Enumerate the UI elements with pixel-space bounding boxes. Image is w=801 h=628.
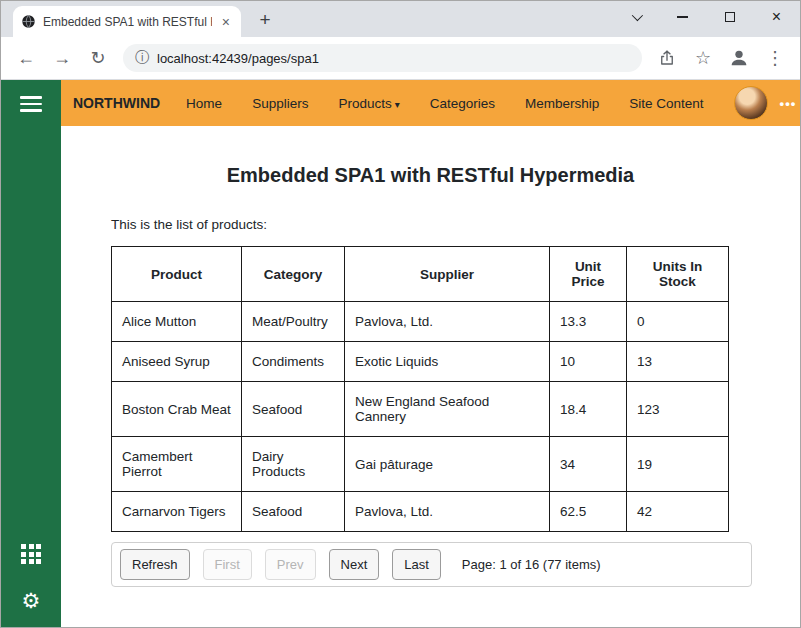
cell-supplier: Exotic Liquids bbox=[345, 342, 550, 382]
nav-item-membership[interactable]: Membership bbox=[525, 96, 599, 111]
window-menu-chevron-icon[interactable] bbox=[612, 1, 659, 33]
main-area: NORTHWIND Home Suppliers Products▾ Categ… bbox=[61, 80, 800, 627]
hamburger-menu-icon[interactable] bbox=[20, 96, 42, 112]
cell-product: Carnarvon Tigers bbox=[112, 492, 242, 532]
column-header-supplier: Supplier bbox=[345, 247, 550, 302]
cell-category: Dairy Products bbox=[242, 437, 345, 492]
pagination-status: Page: 1 of 16 (77 items) bbox=[462, 557, 601, 572]
table-row: Carnarvon Tigers Seafood Pavlova, Ltd. 6… bbox=[112, 492, 729, 532]
table-row: Boston Crab Meat Seafood New England Sea… bbox=[112, 382, 729, 437]
cell-unit-price: 34 bbox=[550, 437, 627, 492]
cell-units-in-stock: 0 bbox=[627, 302, 729, 342]
pagination-bar: Refresh First Prev Next Last Page: 1 of … bbox=[111, 542, 752, 587]
intro-text: This is the list of products: bbox=[111, 217, 800, 232]
user-avatar[interactable] bbox=[734, 86, 768, 120]
nav-item-categories[interactable]: Categories bbox=[430, 96, 495, 111]
prev-page-button: Prev bbox=[265, 549, 316, 580]
content-area: Embedded SPA1 with RESTful Hypermedia Th… bbox=[61, 126, 800, 627]
navbar-overflow-menu-icon[interactable]: ••• bbox=[780, 96, 797, 111]
url-text: localhost:42439/pages/spa1 bbox=[157, 51, 319, 66]
cell-unit-price: 18.4 bbox=[550, 382, 627, 437]
settings-gear-icon[interactable]: ⚙ bbox=[22, 590, 41, 611]
refresh-icon[interactable]: ↻ bbox=[83, 43, 113, 73]
nav-item-site-content[interactable]: Site Content bbox=[629, 96, 703, 111]
new-tab-button[interactable]: + bbox=[251, 6, 279, 34]
address-bar[interactable]: ⓘ localhost:42439/pages/spa1 bbox=[123, 44, 642, 72]
share-icon[interactable] bbox=[652, 43, 682, 73]
nav-item-products[interactable]: Products▾ bbox=[338, 96, 399, 111]
cell-product: Boston Crab Meat bbox=[112, 382, 242, 437]
cell-supplier: Gai pâturage bbox=[345, 437, 550, 492]
back-icon[interactable]: ← bbox=[11, 43, 41, 73]
browser-window: Embedded SPA1 with RESTful Hypermedia × … bbox=[0, 0, 801, 628]
browser-toolbar: ← → ↻ ⓘ localhost:42439/pages/spa1 ☆ ⋮ bbox=[1, 37, 800, 80]
tab-strip: Embedded SPA1 with RESTful Hypermedia × … bbox=[1, 1, 800, 37]
nav-item-suppliers[interactable]: Suppliers bbox=[252, 96, 308, 111]
page-area: ⚙ NORTHWIND Home Suppliers Products▾ Cat… bbox=[1, 80, 800, 627]
table-row: Aniseed Syrup Condiments Exotic Liquids … bbox=[112, 342, 729, 382]
products-table: Product Category Supplier Unit Price Uni… bbox=[111, 246, 729, 532]
window-controls: × bbox=[612, 1, 800, 33]
tab-title: Embedded SPA1 with RESTful Hypermedia bbox=[43, 15, 212, 29]
table-row: Alice Mutton Meat/Poultry Pavlova, Ltd. … bbox=[112, 302, 729, 342]
column-header-units-in-stock: Units In Stock bbox=[627, 247, 729, 302]
cell-unit-price: 10 bbox=[550, 342, 627, 382]
chevron-down-icon: ▾ bbox=[395, 99, 400, 110]
profile-avatar-icon[interactable] bbox=[724, 43, 754, 73]
cell-units-in-stock: 13 bbox=[627, 342, 729, 382]
column-header-unit-price: Unit Price bbox=[550, 247, 627, 302]
cell-product: Aniseed Syrup bbox=[112, 342, 242, 382]
first-page-button: First bbox=[203, 549, 252, 580]
cell-category: Condiments bbox=[242, 342, 345, 382]
cell-units-in-stock: 19 bbox=[627, 437, 729, 492]
column-header-product: Product bbox=[112, 247, 242, 302]
column-header-category: Category bbox=[242, 247, 345, 302]
site-navbar: NORTHWIND Home Suppliers Products▾ Categ… bbox=[61, 80, 800, 126]
favicon-globe-icon bbox=[21, 14, 36, 29]
refresh-button[interactable]: Refresh bbox=[120, 549, 190, 580]
cell-category: Seafood bbox=[242, 492, 345, 532]
page-info-icon[interactable]: ⓘ bbox=[135, 49, 149, 67]
table-row: Camembert Pierrot Dairy Products Gai pât… bbox=[112, 437, 729, 492]
navbar-brand[interactable]: NORTHWIND bbox=[73, 95, 160, 111]
cell-supplier: Pavlova, Ltd. bbox=[345, 492, 550, 532]
cell-product: Alice Mutton bbox=[112, 302, 242, 342]
cell-supplier: New England Seafood Cannery bbox=[345, 382, 550, 437]
cell-units-in-stock: 123 bbox=[627, 382, 729, 437]
browser-tab[interactable]: Embedded SPA1 with RESTful Hypermedia × bbox=[13, 6, 241, 37]
cell-product: Camembert Pierrot bbox=[112, 437, 242, 492]
left-sidebar: ⚙ bbox=[1, 80, 61, 627]
close-window-button[interactable]: × bbox=[753, 1, 800, 33]
cell-units-in-stock: 42 bbox=[627, 492, 729, 532]
table-header-row: Product Category Supplier Unit Price Uni… bbox=[112, 247, 729, 302]
nav-item-home[interactable]: Home bbox=[186, 96, 222, 111]
next-page-button[interactable]: Next bbox=[329, 549, 380, 580]
cell-category: Meat/Poultry bbox=[242, 302, 345, 342]
forward-icon[interactable]: → bbox=[47, 43, 77, 73]
cell-supplier: Pavlova, Ltd. bbox=[345, 302, 550, 342]
maximize-button[interactable] bbox=[706, 1, 753, 33]
cell-unit-price: 13.3 bbox=[550, 302, 627, 342]
cell-unit-price: 62.5 bbox=[550, 492, 627, 532]
minimize-button[interactable] bbox=[659, 1, 706, 33]
tab-close-icon[interactable]: × bbox=[219, 14, 233, 30]
page-title: Embedded SPA1 with RESTful Hypermedia bbox=[61, 164, 800, 187]
browser-menu-icon[interactable]: ⋮ bbox=[760, 43, 790, 73]
last-page-button[interactable]: Last bbox=[392, 549, 441, 580]
cell-category: Seafood bbox=[242, 382, 345, 437]
bookmark-star-icon[interactable]: ☆ bbox=[688, 43, 718, 73]
app-grid-icon[interactable] bbox=[21, 544, 41, 564]
